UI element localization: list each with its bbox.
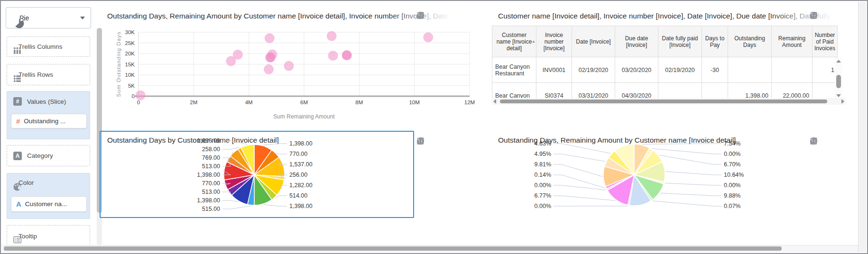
pie-slice-label: 0.00% <box>724 151 740 157</box>
svg-text:12M: 12M <box>464 100 475 105</box>
pie-slice-label: 770.00 <box>202 180 220 187</box>
menu-icon[interactable] <box>810 137 818 145</box>
invoice-table: Customer name [Invoice detail]▲Invoice n… <box>492 26 846 98</box>
column-header[interactable]: Date fully paid [Invoice] <box>658 26 702 57</box>
column-header[interactable]: Date [Invoice] <box>572 26 615 57</box>
shelf-label: Values (Slice) <box>27 98 66 105</box>
menu-icon[interactable] <box>810 11 818 19</box>
column-header[interactable]: Remaining Amount <box>772 26 813 57</box>
column-header[interactable]: Customer name [Invoice detail]▲ <box>492 26 536 57</box>
table-cell: 22,000.00 <box>772 83 813 99</box>
pie-slice-label: 0.07% <box>724 203 740 209</box>
scrollbar-thumb[interactable] <box>4 246 782 251</box>
pie-chart-percent: 7.54%0.00%6.70%10.64%0.00%9.88%0.07%4.63… <box>477 130 859 225</box>
scatter-point[interactable] <box>327 31 337 41</box>
svg-text:6M: 6M <box>300 100 308 105</box>
scatter-point[interactable] <box>233 50 243 60</box>
scatter-point[interactable] <box>136 91 146 100</box>
column-header[interactable]: Days to Pay <box>702 26 728 57</box>
svg-text:Sum Remaining Amount: Sum Remaining Amount <box>273 113 335 120</box>
column-header[interactable]: Invoice number [Invoice] <box>536 26 572 57</box>
shelf-values-slice[interactable]: # Values (Slice) # Outstanding ... <box>7 91 90 139</box>
column-header[interactable]: Due date [Invoice] <box>615 26 658 57</box>
table-cell: -30 <box>702 57 728 83</box>
field-chip-label: Outstanding ... <box>24 118 65 125</box>
pie-slice-label: 9.88% <box>724 192 740 199</box>
svg-text:5K: 5K <box>128 83 135 89</box>
pie-slice-label: 4.95% <box>535 151 551 157</box>
shelf-label: Category <box>27 152 53 159</box>
table-cell: Bear Canyon Restaurant <box>492 57 536 83</box>
pie-slice-label: 4.63% <box>535 140 551 147</box>
svg-text:20K: 20K <box>125 51 135 56</box>
menu-icon[interactable] <box>416 11 425 19</box>
column-header[interactable]: Number of Paid Invoices <box>813 26 838 57</box>
shelf-trellis-rows[interactable]: Trellis Rows <box>7 64 90 85</box>
pie-slice-label: 6.70% <box>724 161 740 168</box>
pie-slice-label: 1,398.00 <box>197 172 220 178</box>
table-cell: 03/20/2020 <box>615 57 658 83</box>
pie-slice-label: 1,398.00 <box>289 140 313 147</box>
chart-config-sidebar: Pie Trellis Columns <box>5 1 95 247</box>
scatter-point[interactable] <box>265 33 275 43</box>
table-cell: 02/19/2020 <box>572 57 615 83</box>
svg-text:15K: 15K <box>125 62 135 67</box>
menu-icon[interactable] <box>416 137 425 145</box>
table-cell <box>728 57 772 83</box>
table-cell: 1 <box>813 57 838 83</box>
app-right-scrollbar-gutter[interactable] <box>858 2 866 252</box>
scroll-right-arrow[interactable] <box>841 99 844 104</box>
scroll-left-arrow[interactable] <box>493 99 496 104</box>
pie-slice-label: 6.77% <box>535 192 551 199</box>
svg-text:Sum Outstanding Days: Sum Outstanding Days <box>116 31 121 97</box>
scroll-down-arrow[interactable] <box>836 94 841 97</box>
pie-slice-label: 7.54% <box>724 140 740 147</box>
scroll-up-arrow[interactable] <box>836 60 841 63</box>
scatter-point[interactable] <box>266 53 276 63</box>
scatter-point[interactable] <box>342 50 352 60</box>
table-cell: 1,398.00 <box>728 83 772 99</box>
scrollbar-thumb[interactable] <box>836 75 841 88</box>
svg-text:25K: 25K <box>125 40 135 46</box>
pie-slice-label: 9.81% <box>535 161 551 168</box>
table-vertical-scrollbar[interactable] <box>835 58 842 98</box>
scatter-point[interactable] <box>264 64 274 74</box>
scrollbar-thumb[interactable] <box>500 100 827 103</box>
table-cell <box>702 83 728 99</box>
field-chip-outstanding[interactable]: # Outstanding ... <box>11 114 87 128</box>
scatter-point[interactable] <box>284 61 294 71</box>
pie-slice-label: 770.00 <box>289 151 307 157</box>
table-horizontal-scrollbar[interactable] <box>492 98 846 105</box>
pie-slice-label: 0.00% <box>535 203 551 209</box>
column-header[interactable]: Outstanding Days <box>728 26 772 57</box>
table-cell <box>772 57 813 83</box>
shelf-tooltip[interactable]: Tooltip <box>7 225 90 247</box>
pie-slice-label: 256.00 <box>289 172 307 178</box>
table-row: Bear CanyonSI037403/31/202004/30/20201,3… <box>492 83 838 99</box>
shelf-label: Trellis Rows <box>18 71 53 78</box>
app-horizontal-scrollbar[interactable] <box>2 245 859 252</box>
table-cell: 04/30/2020 <box>615 83 658 99</box>
svg-text:8M: 8M <box>355 100 363 105</box>
pie-slice-label: 1,026.00 <box>197 137 220 144</box>
shelf-color[interactable]: Color A Customer na... <box>7 173 90 219</box>
table-cell <box>813 83 838 99</box>
chart-type-dropdown[interactable]: Pie <box>6 7 91 28</box>
shelf-trellis-columns[interactable]: Trellis Columns <box>7 36 90 57</box>
shelf-category[interactable]: A Category <box>7 145 90 166</box>
scatter-point[interactable] <box>328 51 338 61</box>
app-frame: Pie Trellis Columns <box>0 0 868 254</box>
pie-slice-label: 1,398.00 <box>289 203 313 209</box>
hash-icon: # <box>13 97 22 106</box>
field-chip-customer-name[interactable]: A Customer na... <box>11 196 87 212</box>
pie-slice-label: 769.00 <box>202 154 220 161</box>
pie-slice-label: 258.00 <box>202 146 220 153</box>
pie-slice-label: 0.00% <box>535 182 551 189</box>
svg-text:30K: 30K <box>125 29 135 35</box>
svg-text:4M: 4M <box>245 100 253 105</box>
scatter-point[interactable] <box>423 32 433 42</box>
table-cell <box>658 83 702 99</box>
pie-slice-label: 0.00% <box>724 182 740 189</box>
svg-text:2M: 2M <box>190 100 197 105</box>
letter-a-icon: A <box>16 200 21 208</box>
